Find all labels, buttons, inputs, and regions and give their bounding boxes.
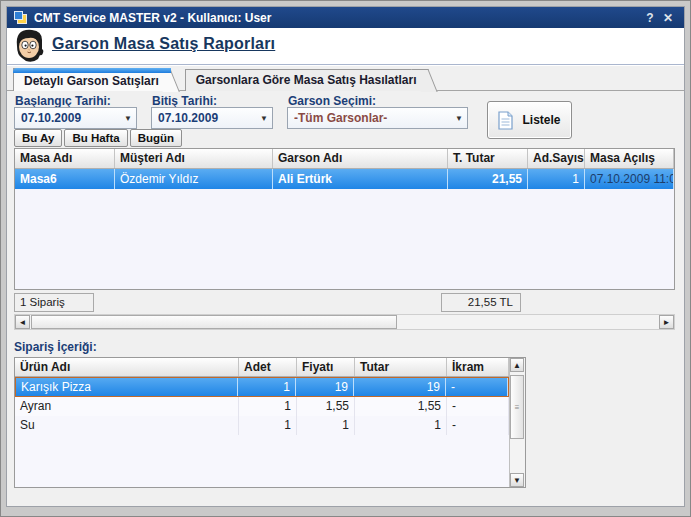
scroll-left-icon[interactable]: ◄ xyxy=(15,315,30,329)
column-header-musteri-adi[interactable]: Müşteri Adı xyxy=(115,149,273,168)
order-count-box: 1 Sipariş xyxy=(14,293,94,312)
cell-fiyati: 1 xyxy=(297,416,355,435)
column-header-fiyati[interactable]: Fiyatı xyxy=(297,358,355,376)
scroll-down-icon[interactable]: ▼ xyxy=(510,473,524,487)
bu-ay-button[interactable]: Bu Ay xyxy=(14,129,62,147)
cell-fiyati: 19 xyxy=(296,378,354,396)
document-icon xyxy=(498,111,513,130)
cell-t-tutar: 21,55 xyxy=(448,169,528,189)
end-date-label: Bitiş Tarihi: xyxy=(152,94,217,108)
column-header-adet[interactable]: Adet xyxy=(239,358,297,376)
scroll-up-icon[interactable]: ▲ xyxy=(510,358,524,372)
horizontal-scrollbar-thumb[interactable] xyxy=(31,315,397,329)
scrollbar-grip-icon: ≡ xyxy=(515,403,520,412)
listele-button[interactable]: Listele xyxy=(487,101,572,139)
column-header-garson-adi[interactable]: Garson Adı xyxy=(273,149,448,168)
start-date-select[interactable]: 07.10.2009 ▼ xyxy=(14,107,137,129)
tab-garsonlara-gore-hasilat[interactable]: Garsonlara Göre Masa Satış Hasılatları xyxy=(185,69,425,91)
chevron-down-icon: ▼ xyxy=(260,114,268,123)
app-icon xyxy=(14,11,27,24)
cell-ikram: - xyxy=(446,378,508,396)
start-date-label: Başlangıç Tarihi: xyxy=(15,94,111,108)
order-row[interactable]: Ayran 1 1,55 1,55 - xyxy=(15,397,509,416)
column-header-masa-acilis[interactable]: Masa Açılış xyxy=(585,149,674,168)
window-frame: CMT Service MASTER v2 - Kullanıcı: User … xyxy=(0,0,691,517)
order-detail-label: Sipariş İçeriği: xyxy=(14,340,97,354)
chevron-down-icon: ▼ xyxy=(455,114,463,123)
order-detail-table: Ürün Adı Adet Fiyatı Tutar İkram Karışık… xyxy=(14,357,526,488)
column-header-urun-adi[interactable]: Ürün Adı xyxy=(15,358,239,376)
app-window: CMT Service MASTER v2 - Kullanıcı: User … xyxy=(6,6,685,507)
column-header-masa-adi[interactable]: Masa Adı xyxy=(15,149,115,168)
scroll-right-icon[interactable]: ► xyxy=(659,315,674,329)
waiter-select-label: Garson Seçimi: xyxy=(288,94,376,108)
end-date-select[interactable]: 07.10.2009 ▼ xyxy=(151,107,273,129)
header-divider xyxy=(7,64,684,66)
cell-urun-adi: Ayran xyxy=(15,397,239,416)
help-button[interactable]: ? xyxy=(641,11,659,25)
cell-urun-adi: Karışık Pizza xyxy=(16,378,238,396)
page-header: Garson Masa Satış Raporları xyxy=(7,28,684,64)
column-header-t-tutar[interactable]: T. Tutar xyxy=(448,149,528,168)
total-amount-box: 21,55 TL xyxy=(441,293,521,312)
cell-musteri-adi: Özdemir Yıldız xyxy=(115,169,273,189)
waiter-value: -Tüm Garsonlar- xyxy=(294,111,451,125)
page-title: Garson Masa Satış Raporları xyxy=(52,35,275,53)
order-detail-header: Ürün Adı Adet Fiyatı Tutar İkram xyxy=(15,358,509,377)
cell-ikram: - xyxy=(447,397,509,416)
window-title: CMT Service MASTER v2 - Kullanıcı: User xyxy=(34,11,641,25)
close-button[interactable]: ✕ xyxy=(659,11,677,25)
avatar-icon xyxy=(13,29,47,63)
cell-ikram: - xyxy=(447,416,509,435)
bu-hafta-button[interactable]: Bu Hafta xyxy=(64,129,127,147)
cell-ad-sayisi: 1 xyxy=(528,169,585,189)
column-header-tutar[interactable]: Tutar xyxy=(355,358,447,376)
column-header-ikram[interactable]: İkram xyxy=(447,358,509,376)
vertical-scrollbar-thumb[interactable]: ≡ xyxy=(510,375,524,439)
cell-adet: 1 xyxy=(238,378,296,396)
quick-filter-row: Bu Ay Bu Hafta Bugün xyxy=(14,129,182,147)
vertical-scrollbar[interactable]: ▲ ≡ ▼ xyxy=(509,358,525,487)
cell-tutar: 19 xyxy=(354,378,446,396)
waiter-select[interactable]: -Tüm Garsonlar- ▼ xyxy=(287,107,468,129)
order-row[interactable]: Su 1 1 1 - xyxy=(15,416,509,435)
order-row-selected[interactable]: Karışık Pizza 1 19 19 - xyxy=(15,377,509,397)
cell-adet: 1 xyxy=(239,416,297,435)
start-date-value: 07.10.2009 xyxy=(21,111,120,125)
cell-tutar: 1 xyxy=(355,416,447,435)
bugun-button[interactable]: Bugün xyxy=(130,129,182,147)
cell-tutar: 1,55 xyxy=(355,397,447,416)
cell-urun-adi: Su xyxy=(15,416,239,435)
sales-table: Masa Adı Müşteri Adı Garson Adı T. Tutar… xyxy=(14,148,675,290)
title-bar: CMT Service MASTER v2 - Kullanıcı: User … xyxy=(7,7,684,28)
cell-fiyati: 1,55 xyxy=(297,397,355,416)
chevron-down-icon: ▼ xyxy=(124,114,132,123)
sales-table-header: Masa Adı Müşteri Adı Garson Adı T. Tutar… xyxy=(15,149,674,169)
cell-masa-acilis: 07.10.2009 11:01: xyxy=(585,169,674,189)
column-header-ad-sayisi[interactable]: Ad.Sayısı xyxy=(528,149,585,168)
cell-adet: 1 xyxy=(239,397,297,416)
cell-garson-adi: Ali Ertürk xyxy=(273,169,448,189)
listele-button-label: Listele xyxy=(522,113,560,127)
tab-strip: Detaylı Garson Satışları Garsonlara Göre… xyxy=(13,68,678,91)
end-date-value: 07.10.2009 xyxy=(158,111,256,125)
order-detail-table-body: Ürün Adı Adet Fiyatı Tutar İkram Karışık… xyxy=(15,358,509,487)
cell-masa-adi: Masa6 xyxy=(15,169,115,189)
sales-table-row-selected[interactable]: Masa6 Özdemir Yıldız Ali Ertürk 21,55 1 … xyxy=(15,169,674,189)
horizontal-scrollbar[interactable]: ◄ ► xyxy=(14,314,675,330)
tab-detayli-garson-satislari[interactable]: Detaylı Garson Satışları xyxy=(13,68,167,91)
